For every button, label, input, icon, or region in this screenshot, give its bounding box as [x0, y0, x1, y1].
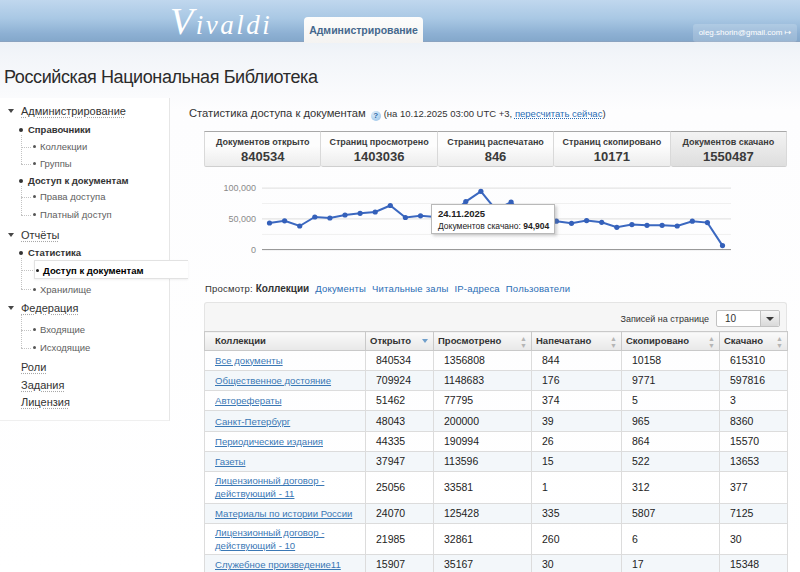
svg-text:50,000: 50,000: [228, 214, 256, 224]
svg-text:0: 0: [251, 245, 256, 255]
svg-text:100,000: 100,000: [223, 183, 256, 193]
